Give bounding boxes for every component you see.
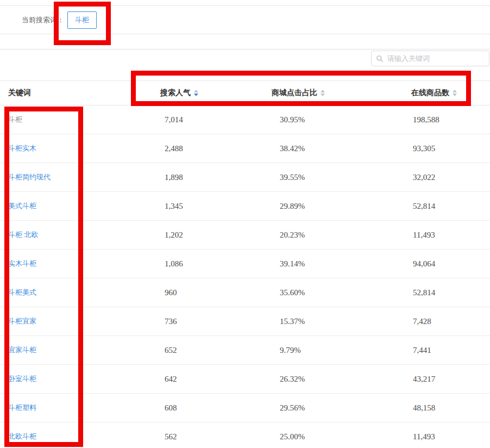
table-row: 斗柜美式 960 35.60% 52,814 (0, 278, 490, 307)
keyword-link[interactable]: 卧室斗柜 (8, 374, 160, 384)
online-products-value: 11,493 (411, 432, 485, 441)
table-row: 美式斗柜 1,345 29.89% 52,814 (0, 192, 490, 221)
keyword-link[interactable]: 斗柜简约现代 (8, 172, 160, 182)
mall-click-ratio-value: 39.14% (272, 259, 411, 269)
mall-click-ratio-value: 9.79% (272, 346, 411, 355)
online-products-value: 43,217 (411, 375, 485, 384)
online-products-value: 7,428 (411, 317, 485, 326)
mall-click-ratio-value: 39.55% (272, 173, 411, 182)
keyword-link[interactable]: 实木斗柜 (8, 259, 160, 269)
search-popularity-value: 608 (160, 403, 272, 413)
keyword-link[interactable]: 斗柜宜家 (8, 316, 160, 326)
mall-click-ratio-value: 35.60% (272, 288, 411, 297)
table-row: 斗柜 7,014 30.95% 198,588 (0, 105, 490, 134)
search-popularity-value: 7,014 (160, 115, 272, 125)
mall-click-ratio-value: 25.00% (272, 432, 411, 441)
table-row: 斗柜 北欧 1,202 20.23% 11,493 (0, 221, 490, 250)
panel-top-divider (0, 49, 490, 49)
current-search-term-label: 当前搜索词： (22, 15, 64, 25)
mall-click-ratio-value: 20.23% (272, 231, 411, 240)
table-header-row: 关键词 搜索人气 商城点击占比 在线商品数 (0, 80, 490, 105)
table-body: 斗柜 7,014 30.95% 198,588 斗柜实木 2,488 38.42… (0, 105, 490, 448)
table-row: 斗柜塑料 608 29.56% 48,158 (0, 394, 490, 422)
mall-click-ratio-value: 29.89% (272, 202, 411, 211)
online-products-value: 198,588 (411, 115, 485, 125)
search-popularity-value: 2,488 (160, 144, 272, 153)
current-search-term-bar: 当前搜索词： 斗柜 (22, 12, 97, 28)
online-products-value: 94,064 (411, 259, 485, 269)
keyword-link: 斗柜 (8, 115, 160, 125)
search-popularity-value: 736 (160, 317, 272, 326)
search-popularity-value: 562 (160, 432, 272, 441)
current-search-term-tag[interactable]: 斗柜 (67, 11, 97, 29)
mall-click-ratio-value: 38.42% (272, 144, 411, 153)
mall-click-ratio-value: 30.95% (272, 115, 411, 125)
search-popularity-value: 960 (160, 288, 272, 297)
header-mall-click-ratio[interactable]: 商城点击占比 (272, 88, 411, 98)
header-search-popularity[interactable]: 搜索人气 (160, 88, 272, 98)
online-products-value: 93,305 (411, 144, 485, 153)
online-products-value: 32,022 (411, 173, 485, 182)
keyword-link[interactable]: 宜家斗柜 (8, 345, 160, 355)
search-icon (376, 55, 384, 63)
top-divider (0, 5, 490, 6)
search-popularity-value: 1,086 (160, 259, 272, 269)
online-products-value: 48,158 (411, 403, 485, 413)
search-popularity-value: 652 (160, 346, 272, 355)
table-row: 斗柜宜家 736 15.37% 7,428 (0, 307, 490, 336)
keyword-search-input[interactable] (387, 54, 485, 63)
keyword-link[interactable]: 斗柜美式 (8, 288, 160, 297)
sort-icon[interactable] (194, 90, 198, 96)
table-row: 斗柜简约现代 1,898 39.55% 32,022 (0, 163, 490, 192)
keyword-link[interactable]: 斗柜塑料 (8, 403, 160, 413)
keyword-search-box[interactable] (371, 51, 489, 66)
online-products-value: 52,814 (411, 288, 485, 297)
topbar-bottom-divider (0, 34, 490, 34)
header-online-products[interactable]: 在线商品数 (411, 88, 485, 98)
mall-click-ratio-value: 26.32% (272, 375, 411, 384)
online-products-value: 52,814 (411, 202, 485, 211)
header-keyword: 关键词 (8, 88, 160, 98)
sort-icon[interactable] (453, 90, 457, 96)
online-products-value: 7,441 (411, 346, 485, 355)
keyword-link[interactable]: 北欧斗柜 (8, 432, 160, 441)
table-row: 卧室斗柜 642 26.32% 43,217 (0, 365, 490, 394)
keyword-link[interactable]: 斗柜实木 (8, 144, 160, 153)
table-row: 实木斗柜 1,086 39.14% 94,064 (0, 250, 490, 278)
search-popularity-value: 1,898 (160, 173, 272, 182)
table-row: 北欧斗柜 562 25.00% 11,493 (0, 422, 490, 448)
sort-icon[interactable] (321, 90, 325, 96)
table-row: 斗柜实木 2,488 38.42% 93,305 (0, 134, 490, 163)
search-popularity-value: 1,345 (160, 202, 272, 211)
search-popularity-value: 642 (160, 375, 272, 384)
search-popularity-value: 1,202 (160, 231, 272, 240)
keyword-link[interactable]: 美式斗柜 (8, 201, 160, 211)
mall-click-ratio-value: 15.37% (272, 317, 411, 326)
online-products-value: 11,493 (411, 231, 485, 240)
keyword-table: 关键词 搜索人气 商城点击占比 在线商品数 斗柜 7,014 30.95% 19… (0, 80, 490, 448)
table-row: 宜家斗柜 652 9.79% 7,441 (0, 336, 490, 365)
keyword-link[interactable]: 斗柜 北欧 (8, 230, 160, 240)
mall-click-ratio-value: 29.56% (272, 403, 411, 413)
